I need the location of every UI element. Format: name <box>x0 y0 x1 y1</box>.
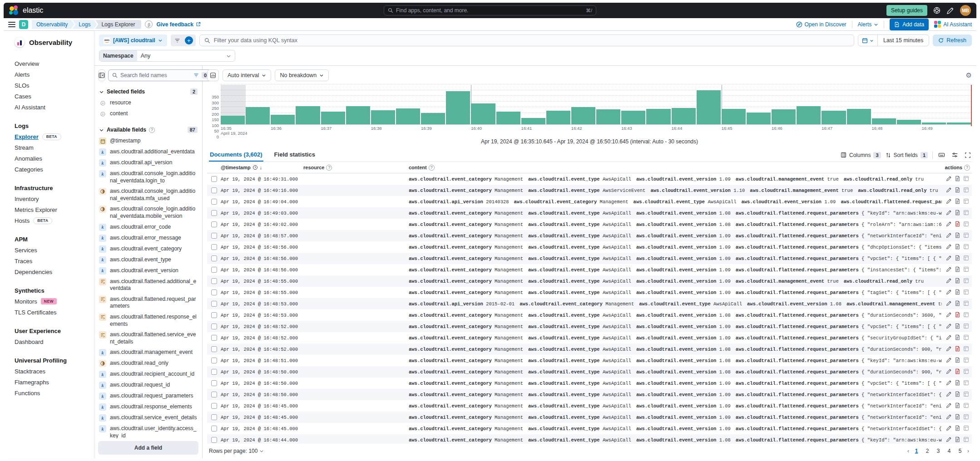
sort-fields-button[interactable]: Sort fields 1 <box>886 152 928 158</box>
expand-doc-icon[interactable] <box>955 255 961 262</box>
timestamp-cell[interactable]: Apr 19, 2024 @ 16:48:45.000 <box>221 403 303 409</box>
table-row[interactable]: Apr 19, 2024 @ 16:48:53.000aws.cloudtrai… <box>207 309 972 321</box>
field-item-aws-cloudtrail-error-message[interactable]: kaws.cloudtrail.error_message <box>98 233 198 244</box>
table-row[interactable]: Apr 19, 2024 @ 16:48:52.000aws.cloudtrai… <box>207 321 972 332</box>
edit-action-icon[interactable] <box>946 380 953 387</box>
expand-doc-icon[interactable] <box>955 323 961 330</box>
page-4[interactable]: 4 <box>945 446 954 456</box>
sidebar-item-hosts[interactable]: HostsBETA <box>15 215 94 226</box>
expand-doc-icon[interactable] <box>955 402 961 409</box>
kql-query-input[interactable] <box>214 37 849 44</box>
field-item-aws-cloudtrail-error-code[interactable]: kaws.cloudtrail.error_code <box>98 222 198 233</box>
sidebar-item-stream[interactable]: Stream <box>15 142 94 153</box>
view-details-icon[interactable] <box>963 436 970 443</box>
tab-field-statistics[interactable]: Field statistics <box>273 148 316 162</box>
edit-action-icon[interactable] <box>946 232 953 239</box>
field-filter-icon[interactable] <box>193 73 199 78</box>
column-header-resource[interactable]: resource ? <box>303 165 409 171</box>
histogram-bar[interactable] <box>646 109 670 124</box>
collapse-fields-panel-icon[interactable] <box>98 69 105 81</box>
field-item-aws-cloudtrail-flattened-request-parameters[interactable]: aws.cloudtrail.flattened.request_paramet… <box>98 294 198 312</box>
interval-selector[interactable]: Auto interval <box>223 69 271 81</box>
expand-doc-icon[interactable] <box>955 357 961 364</box>
edit-action-icon[interactable] <box>946 391 953 398</box>
sidebar-item-traces[interactable]: Traces <box>15 255 94 266</box>
edit-action-icon[interactable] <box>946 300 953 307</box>
add-filter-button[interactable]: + <box>185 36 193 44</box>
timestamp-cell[interactable]: Apr 19, 2024 @ 16:49:04.000 <box>221 199 303 205</box>
view-details-icon[interactable] <box>963 221 970 228</box>
table-row[interactable]: Apr 19, 2024 @ 16:48:56.000aws.cloudtrai… <box>207 264 972 275</box>
timestamp-cell[interactable]: Apr 19, 2024 @ 16:48:45.000 <box>221 426 303 432</box>
view-details-icon[interactable] <box>963 289 970 296</box>
histogram-bar[interactable] <box>947 123 971 124</box>
sidebar-item-services[interactable]: Services <box>15 245 94 255</box>
content-cell[interactable]: aws.cloudtrail.api_version 2015-02-01aws… <box>409 301 942 307</box>
content-cell[interactable]: aws.cloudtrail.event_category Management… <box>409 279 942 284</box>
field-item-aws-cloudtrail-event-type[interactable]: kaws.cloudtrail.event_type <box>98 255 198 265</box>
table-row[interactable]: Apr 19, 2024 @ 16:48:52.000aws.cloudtrai… <box>207 343 972 355</box>
display-options-icon[interactable] <box>950 151 959 159</box>
newsfeed-icon[interactable] <box>946 6 955 15</box>
view-details-icon[interactable] <box>963 380 970 387</box>
timestamp-cell[interactable]: Apr 19, 2024 @ 16:48:44.000 <box>221 437 303 443</box>
view-details-icon[interactable] <box>963 300 970 307</box>
histogram-plot[interactable] <box>221 85 972 125</box>
histogram-bar[interactable] <box>471 103 495 125</box>
timestamp-cell[interactable]: Apr 19, 2024 @ 16:48:55.000 <box>221 290 303 295</box>
field-item-aws-cloudtrail-additional-eventdata[interactable]: kaws.cloudtrail.additional_eventdata <box>98 147 198 157</box>
content-cell[interactable]: aws.cloudtrail.event_category Management… <box>409 426 942 432</box>
expand-doc-icon[interactable] <box>955 425 961 432</box>
page-3[interactable]: 3 <box>934 446 943 456</box>
view-details-icon[interactable] <box>963 357 970 364</box>
content-cell[interactable]: aws.cloudtrail.event_category Management… <box>409 267 942 273</box>
histogram-bar[interactable] <box>421 113 445 124</box>
content-cell[interactable]: aws.cloudtrail.event_category Management… <box>409 324 942 329</box>
histogram-bar[interactable] <box>897 120 921 124</box>
timestamp-cell[interactable]: Apr 19, 2024 @ 16:48:52.000 <box>221 324 303 329</box>
histogram-bar[interactable] <box>321 112 345 124</box>
content-cell[interactable]: aws.cloudtrail.event_category Management… <box>409 437 942 443</box>
histogram-bar[interactable] <box>496 112 520 124</box>
table-row[interactable]: Apr 19, 2024 @ 16:48:56.000aws.cloudtrai… <box>207 253 972 264</box>
expand-doc-icon[interactable] <box>955 391 961 398</box>
row-checkbox[interactable] <box>211 437 217 443</box>
histogram-bar[interactable] <box>221 116 245 124</box>
ai-assistant-button[interactable]: AI Assistant <box>934 21 972 28</box>
dataset-selector[interactable]: aws [AWS] cloudtrail <box>99 34 167 46</box>
content-cell[interactable]: aws.cloudtrail.event_category Management… <box>409 347 942 352</box>
timestamp-cell[interactable]: Apr 19, 2024 @ 16:49:02.000 <box>221 222 303 227</box>
histogram-bar[interactable] <box>822 111 846 124</box>
view-details-icon[interactable] <box>963 176 970 182</box>
sidebar-item-slos[interactable]: SLOs <box>15 80 94 91</box>
timestamp-cell[interactable]: Apr 19, 2024 @ 16:48:50.000 <box>221 369 303 375</box>
view-details-icon[interactable] <box>963 244 970 250</box>
sidebar-item-overview[interactable]: Overview <box>15 58 94 69</box>
edit-action-icon[interactable] <box>946 357 953 364</box>
row-checkbox[interactable] <box>211 199 217 205</box>
sidebar-item-dashboard[interactable]: Dashboard <box>15 336 94 347</box>
row-checkbox[interactable] <box>211 380 217 386</box>
content-cell[interactable]: aws.cloudtrail.event_category Management… <box>409 415 942 420</box>
field-item-content[interactable]: content <box>98 108 198 119</box>
table-row[interactable]: Apr 19, 2024 @ 16:49:02.000aws.cloudtrai… <box>207 219 972 230</box>
expand-doc-icon[interactable] <box>955 244 961 250</box>
sidebar-item-dependencies[interactable]: Dependencies <box>15 266 94 277</box>
alerts-menu[interactable]: Alerts <box>858 21 879 28</box>
timestamp-cell[interactable]: Apr 19, 2024 @ 16:48:50.000 <box>221 381 303 386</box>
content-cell[interactable]: aws.cloudtrail.event_category Management… <box>409 392 942 397</box>
row-checkbox[interactable] <box>211 210 217 216</box>
field-item-aws-cloudtrail-response-elements[interactable]: kaws.cloudtrail.response_elements <box>98 402 198 412</box>
page-2[interactable]: 2 <box>923 446 932 456</box>
sidebar-item-alerts[interactable]: Alerts <box>15 69 94 80</box>
timestamp-cell[interactable]: Apr 19, 2024 @ 16:48:52.000 <box>221 347 303 352</box>
field-item-aws-cloudtrail-request-parameters[interactable]: kaws.cloudtrail.request_parameters <box>98 391 198 402</box>
field-item-aws-cloudtrail-event-category[interactable]: kaws.cloudtrail.event_category <box>98 244 198 255</box>
page-5[interactable]: 5 <box>955 446 965 456</box>
histogram-bar[interactable] <box>772 109 796 124</box>
expand-doc-icon[interactable] <box>955 334 961 341</box>
content-cell[interactable]: aws.cloudtrail.event_category Management… <box>409 381 942 386</box>
view-details-icon[interactable] <box>963 278 970 284</box>
global-search-input[interactable] <box>396 7 583 14</box>
view-details-icon[interactable] <box>963 368 970 375</box>
